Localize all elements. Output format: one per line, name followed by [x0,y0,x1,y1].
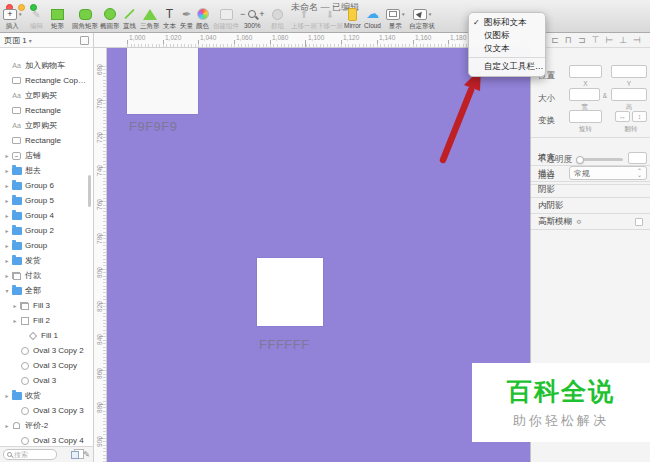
disclosure-arrow-icon[interactable]: ▸ [3,422,11,429]
layer-label: Fill 2 [33,316,50,325]
section-label: 阴影 [538,184,555,196]
section-shadows[interactable]: 阴影 [531,182,650,198]
align-top-icon[interactable]: ⊤ [591,35,599,45]
position-x-field[interactable] [569,65,602,78]
section-inner-shadows[interactable]: 内阴影 [531,198,650,214]
align-center-horizontal-icon[interactable]: ⊓ [565,35,572,45]
menu-item-icon-only[interactable]: 仅图标 [469,29,545,42]
layer-row[interactable]: ▸Group 2 [0,223,93,238]
layer-row[interactable]: ▸评价-2 [0,418,93,433]
disclosure-arrow-icon[interactable]: ▸ [3,152,11,159]
pages-icon[interactable] [71,451,79,459]
disclosure-arrow-icon[interactable]: ▸ [3,182,11,189]
position-y-field[interactable] [611,65,647,78]
chevron-down-icon: ▾ [29,37,32,44]
menu-item-customize-toolbar[interactable]: 自定义工具栏… [469,60,545,73]
layer-row[interactable]: Oval 3 Copy 4 [0,433,93,446]
toolbar-item-rectangle[interactable]: 矩形 [51,7,64,31]
flip-vertical-button[interactable]: ↕ [632,111,647,122]
layer-row[interactable]: ▸Group 4 [0,208,93,223]
disclosure-arrow-icon[interactable]: ▸ [3,227,11,234]
disclosure-arrow-icon[interactable]: ▸ [11,317,19,324]
sidebar-scrollbar[interactable] [88,175,91,207]
layer-row[interactable]: Fill 1 [0,328,93,343]
toolbar-item-label: 椭圆形 [100,22,120,31]
lock-ratio-icon[interactable]: & [601,92,609,99]
layer-row[interactable]: ▸店铺 [0,148,93,163]
layer-row[interactable]: ▸Fill 2 [0,313,93,328]
section-gaussian-blur[interactable]: 高斯模糊≎ [531,214,650,230]
disclosure-arrow-icon[interactable]: ▸ [11,302,19,309]
align-left-icon[interactable]: ⊏ [551,35,559,45]
toolbar-item-triangle[interactable]: 三角形 [140,7,160,31]
layer-row[interactable]: Aa加入购物车 [0,58,93,73]
section-borders[interactable]: 描边 [531,166,650,182]
toolbar-item-show[interactable]: ▾显示 [386,7,405,31]
toolbar-item-line[interactable]: 直线 [123,7,136,31]
width-field[interactable] [569,88,600,101]
page-list-toggle-icon[interactable] [80,36,89,45]
align-baseline-icon[interactable]: ⊣ [633,35,641,45]
layer-row[interactable]: ▾全部 [0,283,93,298]
layer-row[interactable]: Oval 3 Copy 3 [0,403,93,418]
disclosure-arrow-icon[interactable]: ▸ [3,257,11,264]
pencil-icon[interactable]: ✎ [83,450,90,459]
white-square-1[interactable] [127,48,198,114]
toolbar-item-mirror[interactable]: Mirror [344,7,361,29]
layer-row[interactable]: Oval 3 Copy [0,358,93,373]
layer-row[interactable]: Oval 3 [0,373,93,388]
section-label: 描边 [538,168,555,180]
search-input[interactable]: 搜索 [3,449,57,460]
layer-row[interactable]: ▸付款 [0,268,93,283]
page-selector[interactable]: 页面 1 ▾ [0,33,94,48]
disclosure-arrow-icon[interactable]: ▸ [3,212,11,219]
blur-checkbox[interactable] [635,218,643,226]
align-right-icon[interactable]: ⊐ [578,35,586,45]
toolbar-item-rounded-rect[interactable]: 圆角矩形 [72,7,98,31]
layer-label: 收货 [25,390,41,401]
disclosure-arrow-icon[interactable]: ▸ [3,242,11,249]
layer-row[interactable]: Rectangle [0,103,93,118]
toolbar-item-color[interactable]: 颜色 [196,7,209,31]
toolbar-item-custom-shape[interactable]: ▾自定形状 [409,7,435,31]
chevron-down-icon: ▾ [19,11,22,17]
rotate-field[interactable] [569,110,602,123]
menu-item-icon-and-text[interactable]: ✓图标和文本 [469,16,545,29]
zoom-in-button[interactable]: + [259,9,264,19]
ruler-tick-label: 680 [96,62,103,78]
toolbar-item-oval[interactable]: 椭圆形 [100,7,120,31]
toolbar-item-insert[interactable]: +▾插入 [3,7,22,31]
ruler-tick-label: 760 [96,197,103,213]
layer-row[interactable]: ▸想去 [0,163,93,178]
toolbar-item-cloud[interactable]: ☁Cloud [364,7,381,29]
align-bottom-icon[interactable]: ⊥ [619,35,627,45]
layer-row[interactable]: ▸Group 6 [0,178,93,193]
canvas[interactable]: F9F9F9FFFFFF [107,48,530,462]
layer-row[interactable]: Rectangle Cop… [0,73,93,88]
disclosure-arrow-icon[interactable]: ▾ [3,287,11,294]
disclosure-arrow-icon[interactable]: ▸ [3,272,11,279]
layer-row[interactable]: ▸Group 5 [0,193,93,208]
height-field[interactable] [611,88,647,101]
disclosure-arrow-icon[interactable]: ▸ [3,167,11,174]
layer-row[interactable]: ▸Fill 3 [0,298,93,313]
flip-horizontal-button[interactable]: ↔ [615,111,630,122]
zoom-out-button[interactable]: − [240,9,245,19]
layer-row[interactable]: ▸Group [0,238,93,253]
disclosure-arrow-icon[interactable]: ▸ [3,197,11,204]
section-fills[interactable]: 填充 [531,150,650,166]
layer-row[interactable]: ▸发货 [0,253,93,268]
layer-row[interactable]: Aa立即购买 [0,88,93,103]
layer-label: Fill 3 [33,301,50,310]
toolbar-item-zoom-controls[interactable]: −+300% [240,7,265,29]
layer-row[interactable]: Rectangle [0,133,93,148]
menu-item-text-only[interactable]: 仅文本 [469,42,545,55]
layer-row[interactable]: ▸收货 [0,388,93,403]
layer-row[interactable]: Oval 3 Copy 2 [0,343,93,358]
disclosure-arrow-icon[interactable]: ▸ [3,392,11,399]
toolbar-item-text[interactable]: T文本 [163,7,176,31]
layer-row[interactable]: Aa立即购买 [0,118,93,133]
align-middle-icon[interactable]: ⊢ [605,35,613,45]
white-square-2[interactable] [257,258,323,326]
toolbar-item-vector[interactable]: ✒矢量 [180,7,193,31]
